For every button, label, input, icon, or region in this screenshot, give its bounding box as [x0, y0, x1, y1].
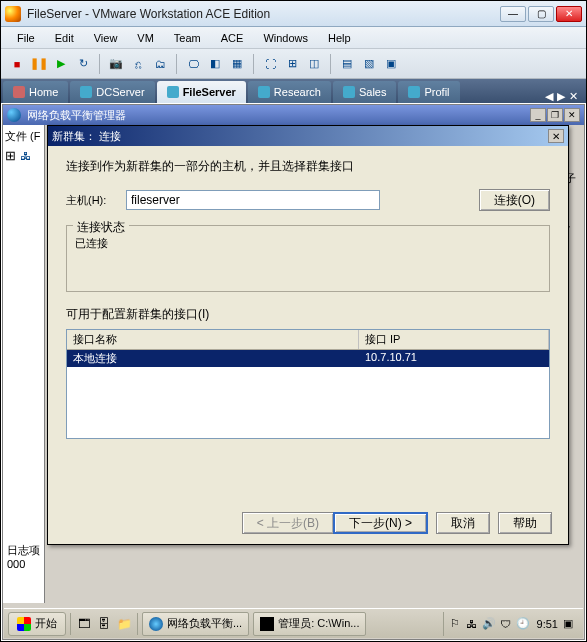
tray-volume-icon[interactable]: 🔊 — [482, 617, 496, 631]
tab-close-icon[interactable]: ✕ — [569, 90, 578, 103]
tab-dcserver[interactable]: DCServer — [70, 81, 154, 103]
windows-flag-icon — [17, 617, 31, 631]
monitor-icon — [167, 86, 179, 98]
tray-flag-icon[interactable]: ⚐ — [448, 617, 462, 631]
unity-icon[interactable]: ◫ — [304, 54, 324, 74]
connection-status-group: 连接状态 已连接 — [66, 225, 550, 292]
sidebar-icon[interactable]: ◧ — [205, 54, 225, 74]
host-input[interactable] — [126, 190, 380, 210]
log-header-label: 日志项 — [7, 543, 40, 558]
back-button[interactable]: < 上一步(B) — [242, 512, 333, 534]
system-tray: ⚐ 🖧 🔊 🛡 🕘 9:51 ▣ — [443, 612, 579, 636]
revert-icon[interactable]: ⎌ — [128, 54, 148, 74]
wizard-close-button[interactable]: ✕ — [548, 129, 564, 143]
next-button[interactable]: 下一步(N) > — [333, 512, 428, 534]
fullscreen-icon[interactable]: ⛶ — [260, 54, 280, 74]
power-off-icon[interactable]: ■ — [7, 54, 27, 74]
menu-windows[interactable]: Windows — [255, 30, 316, 46]
explorer-icon[interactable]: 📁 — [115, 615, 133, 633]
menu-ace[interactable]: ACE — [213, 30, 252, 46]
show-desktop-icon[interactable]: 🗔 — [75, 615, 93, 633]
vm-tabbar: Home DCServer FileServer Research Sales … — [1, 79, 586, 103]
tab-research[interactable]: Research — [248, 81, 331, 103]
monitor-icon — [258, 86, 270, 98]
log-index: 000 — [7, 558, 40, 570]
maximize-button[interactable]: ▢ — [528, 6, 554, 22]
appliance-icon[interactable]: ▧ — [359, 54, 379, 74]
nlb-titlebar[interactable]: 网络负载平衡管理器 _ ❐ ✕ — [3, 105, 584, 125]
column-interface-ip[interactable]: 接口 IP — [359, 330, 549, 349]
menu-team[interactable]: Team — [166, 30, 209, 46]
console-icon[interactable]: ▣ — [381, 54, 401, 74]
cell-interface-name: 本地连接 — [67, 350, 359, 367]
nlb-file-menu[interactable]: 文件 (F — [5, 129, 42, 144]
tab-home[interactable]: Home — [3, 81, 68, 103]
start-button[interactable]: 开始 — [8, 612, 66, 636]
status-legend: 连接状态 — [73, 219, 129, 236]
wizard-title: 新群集： 连接 — [52, 129, 121, 144]
taskbar-task-nlb[interactable]: 网络负载平衡... — [142, 612, 249, 636]
cmd-task-icon — [260, 617, 274, 631]
nlb-sidebar: 文件 (F ⊞ 🖧 — [3, 125, 45, 603]
nlb-maximize-button[interactable]: ❐ — [547, 108, 563, 122]
quick-switch-icon[interactable]: ⊞ — [282, 54, 302, 74]
close-button[interactable]: ✕ — [556, 6, 582, 22]
snapshot-icon[interactable]: 📷 — [106, 54, 126, 74]
menu-vm[interactable]: VM — [129, 30, 162, 46]
window-title: FileServer - VMware Workstation ACE Edit… — [27, 7, 500, 21]
thumbnails-icon[interactable]: ▦ — [227, 54, 247, 74]
manage-snapshots-icon[interactable]: 🗂 — [150, 54, 170, 74]
wizard-titlebar[interactable]: 新群集： 连接 ✕ — [48, 126, 568, 146]
menu-help[interactable]: Help — [320, 30, 359, 46]
tab-sales[interactable]: Sales — [333, 81, 397, 103]
nlb-app-icon — [7, 108, 21, 122]
wizard-instruction: 连接到作为新群集的一部分的主机，并且选择群集接口 — [66, 158, 550, 175]
suspend-icon[interactable]: ❚❚ — [29, 54, 49, 74]
tab-fileserver[interactable]: FileServer — [157, 81, 246, 103]
reset-icon[interactable]: ↻ — [73, 54, 93, 74]
tab-profile[interactable]: Profil — [398, 81, 459, 103]
monitor-icon — [343, 86, 355, 98]
guest-os-area: 网络负载平衡管理器 _ ❐ ✕ 文件 (F ⊞ 🖧 集 IP 子 ↖ 日志项 0… — [2, 104, 585, 640]
nlb-task-icon — [149, 617, 163, 631]
list-row-selected[interactable]: 本地连接 10.7.10.71 — [67, 350, 549, 367]
menu-file[interactable]: File — [9, 30, 43, 46]
nlb-minimize-button[interactable]: _ — [530, 108, 546, 122]
tray-time[interactable]: 9:51 — [537, 618, 558, 630]
connect-button[interactable]: 连接(O) — [479, 189, 550, 211]
nlb-close-button[interactable]: ✕ — [564, 108, 580, 122]
tab-scroll-right-icon[interactable]: ▶ — [557, 90, 565, 103]
tray-shield-icon[interactable]: 🛡 — [499, 617, 513, 631]
tab-scroll-left-icon[interactable]: ◀ — [545, 90, 553, 103]
summary-icon[interactable]: ▤ — [337, 54, 357, 74]
nlb-title: 网络负载平衡管理器 — [27, 108, 126, 123]
toolbar: ■ ❚❚ ▶ ↻ 📷 ⎌ 🗂 🖵 ◧ ▦ ⛶ ⊞ ◫ ▤ ▧ ▣ — [1, 49, 586, 79]
new-cluster-wizard-dialog: 新群集： 连接 ✕ 连接到作为新群集的一部分的主机，并且选择群集接口 主机(H)… — [47, 125, 569, 545]
minimize-button[interactable]: — — [500, 6, 526, 22]
show-console-icon[interactable]: 🖵 — [183, 54, 203, 74]
menu-view[interactable]: View — [86, 30, 126, 46]
nlb-tree-root[interactable]: ⊞ 🖧 — [5, 148, 42, 163]
quick-launch: 🗔 🗄 📁 — [75, 615, 133, 633]
monitor-icon — [408, 86, 420, 98]
interfaces-label: 可用于配置新群集的接口(I) — [66, 306, 550, 323]
tray-network-icon[interactable]: 🖧 — [465, 617, 479, 631]
menu-edit[interactable]: Edit — [47, 30, 82, 46]
cell-interface-ip: 10.7.10.71 — [359, 350, 549, 367]
home-icon — [13, 86, 25, 98]
power-on-icon[interactable]: ▶ — [51, 54, 71, 74]
help-button[interactable]: 帮助 — [498, 512, 552, 534]
host-label: 主机(H): — [66, 193, 118, 208]
tray-clock-icon[interactable]: 🕘 — [516, 617, 530, 631]
interfaces-list[interactable]: 接口名称 接口 IP 本地连接 10.7.10.71 — [66, 329, 550, 439]
taskbar-task-cmd[interactable]: 管理员: C:\Win... — [253, 612, 366, 636]
monitor-icon — [80, 86, 92, 98]
server-manager-icon[interactable]: 🗄 — [95, 615, 113, 633]
column-interface-name[interactable]: 接口名称 — [67, 330, 359, 349]
status-text: 已连接 — [75, 236, 541, 251]
list-header: 接口名称 接口 IP — [67, 330, 549, 350]
taskbar: 开始 🗔 🗄 📁 网络负载平衡... 管理员: C:\Win... ⚐ 🖧 🔊 … — [4, 608, 583, 638]
tray-vmware-icon[interactable]: ▣ — [561, 617, 575, 631]
vmware-icon — [5, 6, 21, 22]
cancel-button[interactable]: 取消 — [436, 512, 490, 534]
